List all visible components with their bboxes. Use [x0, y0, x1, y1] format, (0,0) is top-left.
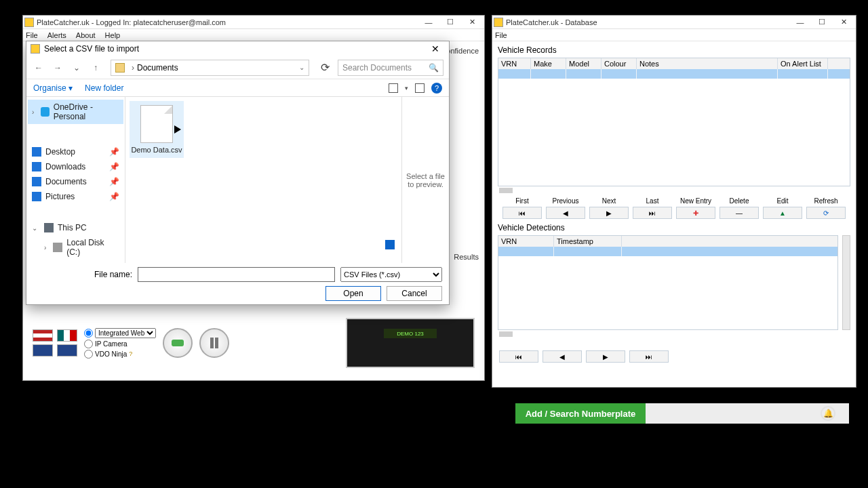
nav-recent-dropdown[interactable]: ⌄	[70, 61, 83, 75]
nav-last-button[interactable]: ⏭	[633, 207, 672, 219]
main-menu: File Alerts About Help	[23, 29, 484, 41]
sidebar-item-documents[interactable]: Documents📌	[28, 174, 123, 189]
camera-ip-option[interactable]: IP Camera	[84, 340, 156, 348]
det-col-vrn[interactable]: VRN	[498, 236, 554, 247]
db-app-icon	[494, 18, 503, 27]
app-icon	[24, 18, 34, 27]
view-mode-button[interactable]	[389, 83, 398, 93]
breadcrumb-dropdown-icon[interactable]: ⌄	[299, 64, 304, 71]
col-notes[interactable]: Notes	[637, 58, 778, 69]
help-icon[interactable]: ?	[431, 83, 442, 94]
menu-file[interactable]: File	[26, 31, 38, 39]
dialog-titlebar[interactable]: Select a CSV file to import ✕	[26, 41, 449, 56]
add-search-button[interactable]: Add / Search Numberplate	[515, 403, 646, 424]
preview-pane: Select a file to preview.	[401, 97, 449, 263]
file-area[interactable]: Demo Data.csv	[125, 97, 401, 263]
open-button[interactable]: Open	[326, 286, 381, 301]
flag-uk-icon[interactable]	[33, 344, 53, 357]
filename-input[interactable]	[138, 267, 335, 282]
main-title: PlateCatcher.uk - Logged In: platecatche…	[37, 18, 226, 26]
camera-source-group: Integrated Webcam IP Camera VDO Ninja ?	[84, 328, 156, 359]
records-hscroll[interactable]	[499, 188, 513, 193]
main-titlebar[interactable]: PlateCatcher.uk - Logged In: platecatche…	[23, 16, 484, 29]
det-first-button[interactable]: ⏮	[499, 350, 538, 363]
nav-new-button[interactable]: ✚	[676, 207, 715, 219]
filetype-select[interactable]: CSV Files (*.csv)	[340, 267, 442, 282]
organise-menu[interactable]: Organise ▾	[33, 83, 73, 93]
det-next-button[interactable]: ▶	[586, 350, 625, 363]
dialog-toolbar: Organise ▾ New folder ▾ ?	[26, 79, 449, 97]
detections-vscroll[interactable]	[842, 235, 850, 330]
nav-forward-button[interactable]: →	[51, 61, 64, 75]
sidebar-item-pictures[interactable]: Pictures📌	[28, 189, 123, 204]
det-row-selected[interactable]	[498, 247, 837, 256]
records-title: Vehicle Records	[498, 45, 850, 55]
sidebar-item-desktop[interactable]: Desktop📌	[28, 144, 123, 159]
db-minimize-button[interactable]: —	[789, 16, 811, 28]
notification-bell-icon[interactable]: 🔔	[821, 406, 835, 421]
nav-first-button[interactable]: ⏮	[502, 207, 542, 219]
detections-grid[interactable]: VRN Timestamp	[498, 235, 838, 330]
new-folder-button[interactable]: New folder	[85, 83, 123, 93]
det-last-button[interactable]: ⏭	[629, 350, 669, 363]
db-maximize-button[interactable]: ☐	[811, 16, 833, 28]
records-row-selected[interactable]	[498, 69, 850, 79]
maximize-button[interactable]: ☐	[439, 16, 461, 28]
minimize-button[interactable]: —	[418, 16, 439, 28]
col-make[interactable]: Make	[531, 58, 566, 69]
record-button[interactable]	[163, 328, 193, 358]
col-alert[interactable]: On Alert List	[778, 58, 828, 69]
nav-edit-button[interactable]: ▲	[763, 207, 802, 219]
preview-toggle-button[interactable]	[415, 83, 425, 93]
nav-delete-button[interactable]: —	[719, 207, 759, 219]
refresh-button[interactable]: ⟳	[317, 60, 332, 75]
det-col-ts[interactable]: Timestamp	[554, 236, 622, 247]
camera-preview: DEMO 123	[346, 318, 475, 368]
sidebar-item-downloads[interactable]: Downloads📌	[28, 159, 123, 174]
file-item[interactable]: Demo Data.csv	[130, 101, 184, 158]
dialog-title: Select a CSV file to import	[44, 44, 139, 54]
camera-webcam-option[interactable]: Integrated Webcam	[84, 328, 156, 338]
file-name: Demo Data.csv	[131, 146, 182, 154]
flag-mx-icon[interactable]	[57, 329, 77, 342]
breadcrumb[interactable]: › Documents ⌄	[111, 60, 309, 76]
records-grid[interactable]: VRN Make Model Colour Notes On Alert Lis…	[498, 58, 850, 186]
main-lower-panel: Integrated Webcam IP Camera VDO Ninja ? …	[23, 306, 484, 380]
menu-alerts[interactable]: Alerts	[47, 31, 66, 39]
nav-next-button[interactable]: ▶	[589, 207, 629, 219]
menu-about[interactable]: About	[76, 31, 96, 39]
menu-help[interactable]: Help	[105, 31, 121, 39]
col-vrn[interactable]: VRN	[498, 58, 531, 69]
file-thumb-icon	[140, 105, 173, 143]
db-menu-file[interactable]: File	[495, 31, 507, 39]
nav-back-button[interactable]: ←	[32, 61, 45, 75]
db-titlebar[interactable]: PlateCatcher.uk - Database — ☐ ✕	[492, 16, 856, 29]
nav-prev-button[interactable]: ◀	[546, 207, 585, 219]
camera-select[interactable]: Integrated Webcam	[95, 328, 156, 338]
search-placeholder: Search Documents	[342, 63, 412, 73]
nav-up-button[interactable]: ↑	[89, 61, 102, 75]
results-tab-peek[interactable]: Results	[454, 253, 479, 261]
preview-hint: Select a file to preview.	[405, 172, 446, 188]
sidebar-local-disk[interactable]: ›Local Disk (C:)	[28, 235, 123, 260]
detections-hscroll[interactable]	[499, 331, 513, 337]
flag-eu-icon[interactable]	[57, 344, 77, 357]
sidebar-this-pc[interactable]: ⌄This PC	[28, 220, 123, 235]
cancel-button[interactable]: Cancel	[387, 286, 442, 301]
vscode-badge-icon	[385, 240, 395, 249]
detections-title: Vehicle Detections	[498, 223, 850, 232]
downloads-icon	[32, 162, 41, 171]
dialog-close-button[interactable]: ✕	[426, 43, 445, 54]
det-prev-button[interactable]: ◀	[542, 350, 582, 363]
search-input[interactable]: Search Documents 🔍	[338, 60, 443, 76]
pause-button[interactable]	[199, 328, 229, 358]
breadcrumb-segment[interactable]: Documents	[137, 63, 178, 73]
flag-us-icon[interactable]	[33, 329, 53, 342]
sidebar-onedrive[interactable]: ›OneDrive - Personal	[28, 100, 123, 124]
db-close-button[interactable]: ✕	[833, 16, 854, 28]
col-colour[interactable]: Colour	[601, 58, 637, 69]
close-button[interactable]: ✕	[461, 16, 483, 28]
col-model[interactable]: Model	[566, 58, 601, 69]
nav-refresh-button[interactable]: ⟳	[806, 207, 846, 219]
camera-vdo-option[interactable]: VDO Ninja ?	[84, 350, 156, 359]
